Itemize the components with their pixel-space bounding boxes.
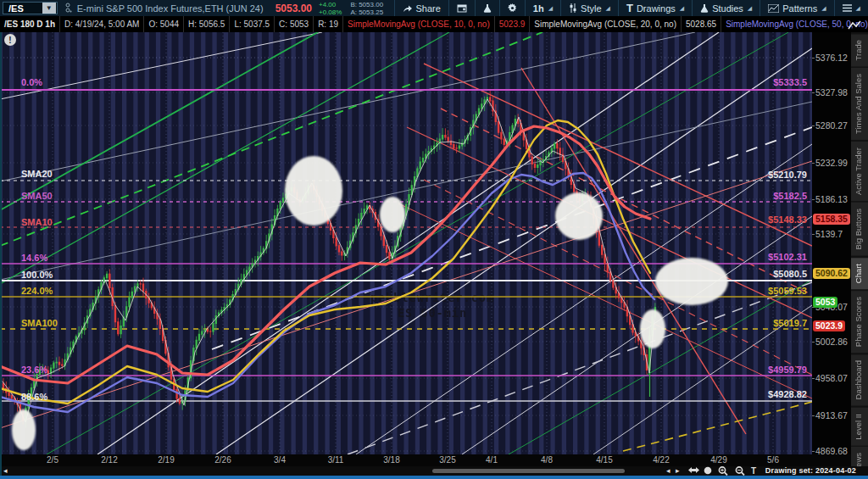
level-label: 23.6% — [21, 365, 47, 375]
date-axis-label: 4/1 — [486, 455, 498, 465]
axis-tick-mark — [812, 125, 815, 126]
sidebar-tab-phase-scores[interactable]: Phase Scores — [851, 291, 868, 353]
horizontal-scrollbar[interactable] — [432, 469, 625, 473]
share-icon — [403, 4, 413, 13]
status-cell: C: 5053 — [275, 16, 314, 32]
price-badge: 5158.35 — [813, 214, 850, 225]
axis-tick-mark — [812, 234, 815, 235]
highlight-ellipse[interactable] — [640, 309, 665, 348]
axis-tick-mark — [812, 92, 815, 93]
bottom-controls: ◂ ◂ ▸ T Drawing set: 2024-04-02 — [0, 466, 868, 476]
last-price: 5053.00 — [275, 3, 312, 14]
trading-platform-window: { "toolbar": { "symbol": "/ES", "descrip… — [0, 0, 868, 479]
scroll-left-edge-icon[interactable]: ◂ — [3, 466, 8, 476]
share-button[interactable]: Share — [394, 0, 448, 16]
sidebar-tab-chart[interactable]: Chart — [851, 258, 868, 289]
drawing-set-selector[interactable]: Drawing set: 2024-04-02 — [765, 466, 856, 476]
date-axis-label: 2/5 — [47, 455, 58, 465]
pan-left-icon[interactable]: ◂ — [666, 466, 670, 476]
status-cell: SimpleMovingAvg (CLOSE, 20, 0, no) — [530, 16, 682, 32]
symbol-dropdown-caret-icon[interactable]: ▼ — [42, 3, 56, 14]
level-label: 224.0% — [21, 286, 53, 296]
price-change: +4.00+0.08% — [319, 1, 342, 16]
price-badge: 5023.9 — [813, 320, 845, 331]
axis-tick-mark — [812, 378, 815, 379]
status-cell: 5028.65 — [682, 16, 721, 32]
level-label: 14.6% — [21, 253, 47, 263]
level-label: SMA10 — [21, 217, 53, 227]
watermark-line2: ES 60-min — [398, 306, 467, 320]
window-bottom-border — [0, 476, 868, 479]
date-axis-label: 5/6 — [767, 455, 779, 465]
price-axis-label: 5327.98 — [815, 87, 848, 97]
sidebar-tab-times-and-sales[interactable]: Times And Sales — [851, 68, 868, 140]
toolbar-buttons: Share 1h◢ Style◢ T Drawings◢ — [394, 0, 868, 16]
price-axis-label: 5002.86 — [815, 337, 848, 347]
pan-right-icon[interactable]: ▸ — [676, 466, 680, 476]
symbol-input[interactable]: /ES ▼ — [3, 2, 58, 14]
level-label: SMA100 — [21, 318, 58, 328]
level-label: $5080.5 — [773, 269, 807, 279]
chart-plot-area[interactable]: pebblewriter.comES 60-min0.0%SMA20SMA50S… — [0, 32, 812, 454]
settings-button[interactable] — [499, 0, 525, 16]
info-icon[interactable]: ! — [4, 34, 16, 46]
level-label: SMA20 — [21, 169, 53, 179]
axis-tick-mark — [812, 163, 815, 164]
symbol-text: /ES — [3, 3, 42, 14]
highlight-ellipse[interactable] — [12, 409, 36, 450]
text-note-icon[interactable]: T — [751, 466, 756, 476]
analyze-button[interactable] — [475, 0, 499, 16]
menu-button[interactable]: ◢ — [834, 0, 868, 16]
level-label: 0.0% — [21, 77, 42, 87]
sidebar-tab-active-trader[interactable]: Active Trader — [851, 142, 868, 201]
level-label: SMA50 — [21, 191, 53, 201]
hamburger-icon — [843, 4, 852, 12]
status-cell: O: 5044 — [144, 16, 184, 32]
date-axis-label: 2/26 — [214, 455, 231, 465]
highlight-ellipse[interactable] — [555, 192, 603, 240]
instrument-description: E-mini S&P 500 Index Futures,ETH (JUN 24… — [77, 3, 264, 14]
onDemand-button[interactable] — [448, 0, 475, 16]
axis-tick-mark — [812, 451, 815, 452]
patterns-button[interactable]: Patterns◢ — [760, 0, 833, 16]
level-label: $5059.53 — [768, 286, 807, 296]
sidebar-tab-level-ii[interactable]: Level II — [851, 408, 868, 446]
bid-ask: B: 5053.00A: 5053.25 — [350, 1, 383, 16]
status-cell: D: 4/19/24, 5:00 AM — [60, 16, 144, 32]
date-axis-label: 2/19 — [158, 455, 174, 465]
timeframe-button[interactable]: 1h◢ — [525, 0, 560, 16]
status-cell: SimpleMovingAvg (CLOSE, 10, 0, no) — [343, 16, 495, 32]
sidebar-tab-big-buttons[interactable]: Big Buttons — [851, 203, 868, 256]
date-axis-label: 4/22 — [653, 455, 669, 465]
price-axis-label: 4958.07 — [815, 373, 848, 383]
svg-text:!: ! — [8, 36, 11, 45]
sidebar-tab-dashboard[interactable]: Dashboard — [851, 354, 868, 405]
time-axis[interactable]: 2/52/122/192/263/43/113/183/254/14/84/15… — [0, 454, 851, 466]
price-axis-label: 5139.7 — [815, 229, 843, 239]
date-axis-label: 4/8 — [541, 455, 553, 465]
style-button[interactable]: Style◢ — [560, 0, 618, 16]
date-axis-label: 2/12 — [101, 455, 117, 465]
level-label: $5102.31 — [768, 252, 807, 262]
price-badge: 5053 — [813, 297, 837, 308]
status-cell: H: 5056.5 — [184, 16, 230, 32]
highlight-ellipse[interactable] — [655, 258, 728, 305]
level-label: $4928.82 — [768, 389, 807, 399]
highlight-ellipse[interactable] — [380, 197, 405, 232]
text-tool-icon: T — [626, 2, 633, 14]
price-axis-label: 5376.12 — [815, 53, 848, 63]
style-icon — [569, 3, 577, 13]
axis-tick-mark — [812, 58, 815, 58]
axis-tick-mark — [812, 342, 815, 343]
studies-flask-icon — [700, 3, 709, 13]
highlight-ellipse[interactable] — [285, 156, 342, 226]
date-axis-label: 3/4 — [274, 455, 286, 465]
drawings-button[interactable]: T Drawings◢ — [618, 0, 692, 16]
price-axis[interactable]: 5376.125327.985280.275232.995186.135139.… — [812, 32, 851, 454]
level-label: $5210.79 — [768, 170, 807, 180]
link-symbol-icon[interactable] — [64, 3, 72, 14]
flask-icon — [483, 3, 492, 13]
date-axis-label: 3/11 — [328, 455, 344, 465]
studies-button[interactable]: Studies◢ — [692, 0, 760, 16]
sidebar-tab-trade[interactable]: Trade — [851, 34, 868, 66]
